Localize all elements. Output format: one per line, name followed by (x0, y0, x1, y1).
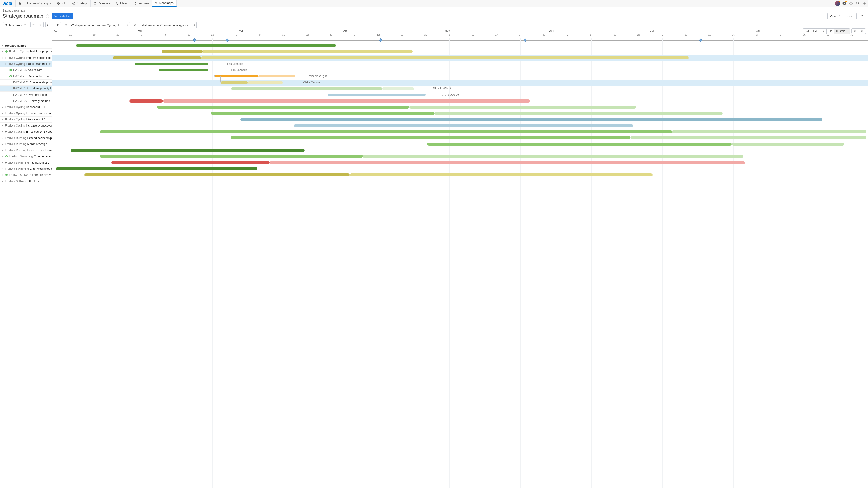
svg-rect-17 (6, 24, 7, 25)
zoom-controls: 3M 6M 1Y Fit Custom ▼ (803, 29, 866, 31)
home-icon (18, 2, 22, 5)
favorite-toggle[interactable] (46, 14, 49, 18)
filter-sort[interactable]: ▲▼ (125, 24, 129, 26)
undo-icon (32, 24, 35, 27)
svg-rect-13 (155, 4, 156, 4)
plus-icon (863, 2, 866, 5)
add-initiative-button[interactable]: Add initiative (52, 13, 73, 19)
share-icon (860, 14, 864, 18)
search-icon (856, 2, 860, 5)
zoom-in[interactable] (852, 29, 859, 31)
roadmap-body: › Release names ›Fredwin Cycling Mobile … (0, 27, 868, 31)
info-icon (57, 2, 60, 5)
gantt-icon (5, 24, 8, 27)
nav-ideas[interactable]: Ideas (113, 0, 130, 6)
search-nav[interactable] (855, 0, 861, 6)
settings-nav[interactable] (841, 0, 848, 6)
nav-features[interactable]: Features (130, 0, 152, 6)
svg-rect-9 (133, 4, 134, 4)
bulb-icon (116, 2, 119, 5)
zoom-3m[interactable]: 3M (803, 29, 811, 31)
month-label: May (444, 29, 450, 31)
svg-rect-12 (156, 3, 157, 3)
close-circle-icon (133, 24, 136, 26)
month-label: Feb (137, 29, 143, 31)
filter-label: Workspace name: Fredwin Cycling, Fr... (69, 24, 125, 27)
sidebar: › Release names ›Fredwin Cycling Mobile … (0, 27, 52, 31)
gear-icon (47, 24, 49, 27)
share-button[interactable] (859, 13, 865, 20)
filter-remove[interactable] (132, 24, 138, 26)
month-label: Apr (343, 29, 348, 31)
timeline-chart[interactable]: 3M 6M 1Y Fit Custom ▼ JanFebMarAprMayJun… (52, 27, 868, 31)
month-label: Jan (53, 29, 58, 31)
month-label: Jun (549, 29, 554, 31)
close-circle-icon (65, 24, 67, 26)
nav-info[interactable]: Info (54, 0, 69, 6)
filter-icon (56, 24, 59, 27)
month-label: Mar (239, 29, 244, 31)
nav-releases[interactable]: Releases (91, 0, 113, 6)
zoom-6m[interactable]: 6M (811, 29, 819, 31)
nav-strategy[interactable]: Strategy (69, 0, 90, 6)
zoom-custom[interactable]: Custom ▼ (834, 29, 850, 31)
grid-icon (133, 2, 136, 5)
filter-label: Initiative name: Commerce integratio... (138, 24, 192, 27)
logo[interactable]: Aha! (0, 0, 16, 6)
nav-roadmaps[interactable]: Roadmaps (152, 0, 177, 6)
svg-rect-18 (6, 25, 7, 25)
target-icon (72, 2, 75, 5)
workspace-label: Fredwin Cycling (27, 2, 48, 5)
svg-rect-11 (155, 2, 157, 2)
breadcrumb[interactable]: Strategic roadmap (3, 9, 865, 12)
svg-rect-7 (133, 2, 134, 3)
page-title: Strategic roadmap (3, 13, 43, 19)
star-icon (46, 14, 49, 18)
month-label: Aug (754, 29, 760, 31)
filter-remove[interactable] (63, 24, 69, 26)
svg-rect-10 (135, 4, 136, 4)
views-button[interactable]: Views▼ (827, 13, 843, 20)
add-nav[interactable] (861, 0, 868, 6)
save-button[interactable]: Save (845, 13, 857, 20)
zoom-out[interactable] (859, 29, 866, 31)
calendar-icon (93, 2, 96, 5)
zoom-out-icon (861, 30, 864, 31)
filter-sort[interactable]: ▲▼ (192, 24, 196, 26)
zoom-in-icon (854, 30, 857, 31)
svg-rect-8 (135, 2, 136, 3)
svg-rect-6 (94, 2, 96, 4)
home-nav[interactable] (16, 0, 24, 6)
page-header: Strategic roadmap Strategic roadmap Add … (0, 7, 868, 20)
caret-down-icon: ▼ (839, 15, 841, 17)
redo-icon (39, 24, 42, 27)
help-nav[interactable] (848, 0, 855, 6)
help-icon (849, 2, 853, 5)
top-nav: Aha! Fredwin Cycling▼ InfoStrategyReleas… (0, 0, 868, 7)
gantt-icon (155, 2, 158, 5)
month-label: Jul (650, 29, 654, 31)
zoom-1y[interactable]: 1Y (819, 29, 827, 31)
zoom-fit[interactable]: Fit (827, 29, 834, 31)
caret-down-icon: ▼ (24, 24, 26, 26)
avatar-menu[interactable] (834, 0, 841, 6)
svg-rect-19 (6, 26, 6, 26)
caret-down-icon: ▼ (49, 2, 51, 4)
workspace-selector[interactable]: Fredwin Cycling▼ (24, 0, 54, 6)
timeline-header: JanFebMarAprMayJunJulAugSe 1118251815221… (52, 27, 868, 31)
